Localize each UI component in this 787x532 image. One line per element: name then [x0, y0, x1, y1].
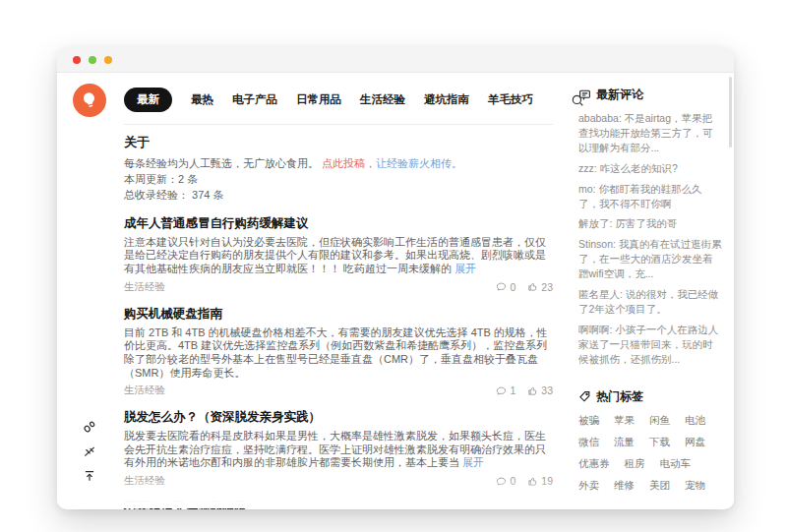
hot-tag-闲鱼[interactable]: 闲鱼 [649, 414, 670, 428]
article-title[interactable]: 成年人普通感冒自行购药缓解建议 [124, 215, 553, 232]
article-title[interactable]: 脱发怎么办？（资深脱发亲身实践） [124, 409, 553, 426]
like-count[interactable]: 19 [527, 475, 553, 487]
about-title: 关于 [124, 134, 553, 151]
left-rail [57, 73, 122, 508]
hot-tag-苹果[interactable]: 苹果 [614, 414, 635, 428]
weekly-update-stat: 本周更新：2 条 [124, 172, 553, 188]
hot-tag-流量[interactable]: 流量 [614, 436, 635, 449]
hot-tag-电池[interactable]: 电池 [685, 414, 705, 428]
nav-divider [124, 124, 553, 125]
pen-strokes-icon[interactable] [83, 444, 96, 458]
search-icon[interactable] [571, 93, 584, 107]
hot-tag-维修[interactable]: 维修 [614, 479, 635, 493]
thumbs-up-icon [527, 385, 538, 396]
nav-tab-最新[interactable]: 最新 [124, 88, 172, 112]
article-title[interactable]: 不要相信无偿领养猫咪 [124, 500, 553, 509]
like-count[interactable]: 33 [527, 384, 553, 396]
lightbulb-icon [79, 89, 100, 111]
site-logo[interactable] [73, 84, 106, 117]
hot-tag-租房[interactable]: 租房 [625, 457, 645, 471]
comment-author: mo: [578, 183, 598, 195]
article-meta: 1 33 [496, 384, 553, 396]
article-item: 脱发怎么办？（资深脱发亲身实践） 脱发要去医院看的科是皮肤科如果是男性，大概率是… [124, 409, 553, 488]
comment-icon [496, 385, 507, 396]
article-body-text: 目前 2TB 和 4TB 的机械硬盘价格相差不大，有需要的朋友建议优先选择 4T… [124, 326, 548, 379]
nav-tab-电子产品[interactable]: 电子产品 [232, 92, 277, 107]
comment-author: Stinson: [578, 238, 619, 250]
hot-tags-header: 热门标签 [578, 388, 722, 405]
comments-list: abababa: 不是airtag，苹果把查找功能开放给第三方了，可以理解为有部… [578, 111, 722, 367]
hot-tag-美团[interactable]: 美团 [649, 479, 670, 493]
window-scrollbar[interactable] [729, 77, 732, 148]
article-item: 不要相信无偿领养猫咪 1.网上经常有打着免费领养品种猫的名义发的帖子，其实都会要… [124, 500, 553, 509]
window-content: 最新 最热 电子产品 日常用品 生活经验 避坑指南 羊毛技巧 关于 每条经验均为… [57, 73, 734, 508]
comment-count[interactable]: 0 [496, 475, 515, 487]
article-meta: 0 19 [496, 475, 553, 487]
hot-tags-title: 热门标签 [596, 388, 643, 405]
latest-comments-title: 最新评论 [596, 87, 643, 103]
article-body: 脱发要去医院看的科是皮肤科如果是男性，大概率是雄性激素脱发，如果额头长痘，医生会… [124, 430, 553, 470]
expand-link[interactable]: 展开 [454, 263, 476, 274]
comment-icon [496, 281, 507, 292]
window-close-button[interactable] [73, 56, 81, 64]
article-footer: 生活经验 0 [124, 474, 553, 488]
comment-text: 咋这么老的知识? [600, 162, 678, 174]
beans-icon[interactable] [83, 420, 96, 434]
window-minimize-button[interactable] [104, 56, 112, 64]
comment-item[interactable]: 匿名星人: 说的很对，我已经做了2年这个项目了。 [578, 287, 722, 317]
nav-tab-最热[interactable]: 最热 [191, 92, 213, 107]
comment-item[interactable]: Stinson: 我真的有在试过逛街累了，在一些大的酒店沙发坐着蹭wifi空调，… [578, 237, 722, 281]
total-entries-stat: 总收录经验： 374 条 [124, 188, 553, 204]
category-nav: 最新 最热 电子产品 日常用品 生活经验 避坑指南 羊毛技巧 [124, 73, 553, 124]
like-count-value: 19 [541, 475, 553, 487]
hot-tag-微信[interactable]: 微信 [578, 436, 599, 449]
hot-tag-电动车[interactable]: 电动车 [660, 457, 692, 471]
hot-tag-优惠券[interactable]: 优惠券 [578, 457, 610, 471]
comment-count[interactable]: 0 [496, 281, 515, 293]
comment-author: 匿名星人: [578, 288, 626, 300]
article-category-tag[interactable]: 生活经验 [124, 474, 165, 488]
article-item: 成年人普通感冒自行购药缓解建议 注意本建议只针对自认为没必要去医院，但症状确实影… [124, 215, 553, 294]
like-count[interactable]: 23 [527, 281, 553, 293]
tag-icon [578, 390, 591, 403]
article-title[interactable]: 购买机械硬盘指南 [124, 306, 553, 323]
nav-tab-生活经验[interactable]: 生活经验 [360, 92, 405, 107]
comment-author: zzz: [578, 162, 600, 174]
comment-item[interactable]: abababa: 不是airtag，苹果把查找功能开放给第三方了，可以理解为有部… [578, 111, 722, 155]
hot-tag-外卖[interactable]: 外卖 [578, 479, 599, 493]
expand-link[interactable]: 展开 [462, 456, 484, 468]
submit-post-link[interactable]: 点此投稿， [322, 157, 376, 169]
thumbs-up-icon [527, 281, 538, 292]
article-footer: 生活经验 0 [124, 280, 553, 294]
nav-tab-避坑指南[interactable]: 避坑指南 [424, 92, 469, 107]
article-meta: 0 23 [496, 281, 553, 293]
back-to-top-icon[interactable] [83, 469, 96, 483]
spread-experience-link[interactable]: 让经验薪火相传。 [376, 157, 462, 169]
comment-icon [496, 476, 507, 487]
nav-tab-羊毛技巧[interactable]: 羊毛技巧 [488, 92, 533, 107]
hot-tag-宠物[interactable]: 宠物 [685, 479, 705, 493]
hot-tag-下载[interactable]: 下载 [649, 436, 670, 449]
rail-tools [83, 420, 96, 483]
comment-count[interactable]: 1 [496, 384, 515, 396]
comment-text: 厉害了我的哥 [615, 217, 677, 229]
like-count-value: 33 [541, 384, 553, 396]
hot-tag-网盘[interactable]: 网盘 [685, 436, 705, 449]
article-list: 成年人普通感冒自行购药缓解建议 注意本建议只针对自认为没必要去医院，但症状确实影… [124, 215, 553, 509]
comment-item[interactable]: 啊啊啊: 小孩子一个人在路边人家送了一只猫带回来，玩的时候被抓伤，还抓伤别... [578, 323, 722, 367]
article-body: 注意本建议只针对自认为没必要去医院，但症状确实影响工作生活的普通感冒患者，仅仅是… [124, 236, 553, 276]
nav-tab-日常用品[interactable]: 日常用品 [296, 92, 341, 107]
main-column: 最新 最热 电子产品 日常用品 生活经验 避坑指南 羊毛技巧 关于 每条经验均为… [122, 73, 567, 508]
about-intro: 每条经验均为人工甄选，无广放心食用。 点此投稿，让经验薪火相传。 [124, 156, 553, 172]
article-category-tag[interactable]: 生活经验 [124, 280, 165, 294]
article-footer: 生活经验 1 [124, 384, 553, 397]
window-titlebar [57, 47, 734, 73]
comment-item[interactable]: zzz: 咋这么老的知识? [578, 161, 722, 176]
article-category-tag[interactable]: 生活经验 [124, 384, 165, 397]
comment-item[interactable]: 解放了: 厉害了我的哥 [578, 216, 722, 231]
comment-author: 解放了: [578, 217, 615, 229]
window-maximize-button[interactable] [89, 56, 96, 64]
comment-item[interactable]: mo: 你都盯着我的鞋那么久了，我不得不盯你啊 [578, 182, 722, 211]
tag-list: 被骗 苹果 闲鱼 电池 微信 流量 下载 网盘 优惠券 租房 电动车 外卖 维修… [578, 414, 722, 493]
hot-tag-被骗[interactable]: 被骗 [578, 414, 599, 428]
